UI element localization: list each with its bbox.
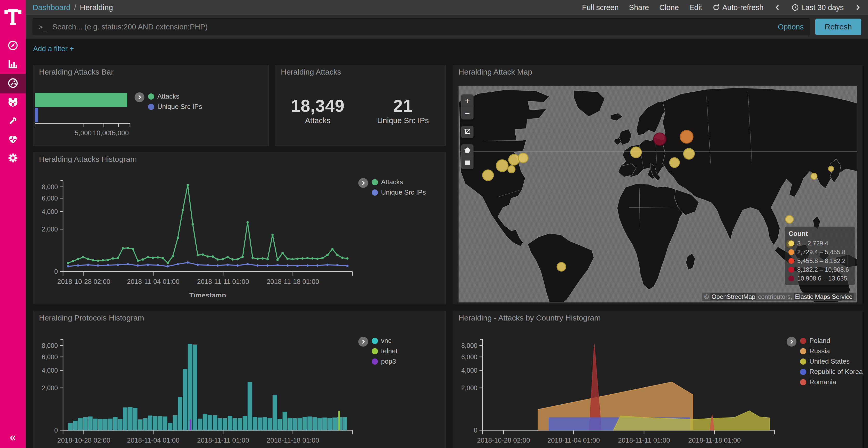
data-point[interactable] (281, 252, 284, 254)
bar-vnc[interactable] (88, 416, 93, 430)
map-fit-bounds-button[interactable] (461, 126, 473, 138)
data-point[interactable] (127, 263, 129, 265)
data-point[interactable] (207, 264, 209, 266)
attack-location-circle[interactable] (829, 166, 834, 171)
attack-location-circle[interactable] (684, 148, 694, 159)
data-point[interactable] (316, 257, 318, 260)
bar-vnc[interactable] (327, 418, 332, 430)
sidebar-item-management[interactable] (0, 149, 26, 168)
data-point[interactable] (157, 256, 159, 259)
bar-vnc[interactable] (337, 417, 342, 430)
attack-location-circle[interactable] (496, 160, 508, 172)
data-point[interactable] (306, 264, 309, 267)
data-point[interactable] (187, 184, 189, 186)
legend-item[interactable]: Poland (800, 337, 863, 345)
bar-vnc[interactable] (168, 423, 173, 430)
bar-vnc[interactable] (78, 418, 83, 430)
bar-vnc[interactable] (197, 419, 202, 430)
data-point[interactable] (231, 258, 234, 261)
bar-vnc[interactable] (333, 418, 337, 430)
sidebar-item-monitoring[interactable] (0, 131, 26, 149)
bar-vnc[interactable] (203, 414, 208, 430)
map-draw-rectangle-button[interactable] (461, 157, 473, 169)
attack-location-circle[interactable] (483, 170, 493, 181)
bar-vnc[interactable] (307, 416, 312, 430)
data-point[interactable] (272, 234, 274, 236)
bar-vnc[interactable] (113, 417, 118, 430)
data-point[interactable] (157, 264, 159, 266)
data-point[interactable] (77, 264, 79, 267)
refresh-button[interactable]: Refresh (815, 19, 861, 35)
bar-vnc[interactable] (287, 418, 292, 430)
bar-vnc[interactable] (238, 418, 242, 430)
time-forward-button[interactable] (854, 4, 861, 11)
data-point[interactable] (216, 258, 219, 261)
data-point[interactable] (77, 258, 79, 261)
search-input[interactable] (52, 23, 773, 32)
legend-item[interactable]: Attacks (372, 178, 426, 186)
data-point[interactable] (167, 265, 169, 267)
data-point[interactable] (137, 260, 139, 262)
data-point[interactable] (212, 255, 214, 258)
data-point[interactable] (82, 256, 84, 258)
data-point[interactable] (117, 264, 119, 266)
bar-vnc[interactable] (233, 418, 238, 430)
data-point[interactable] (256, 264, 259, 267)
bar-vnc[interactable] (128, 407, 132, 430)
bar-vnc[interactable] (208, 415, 212, 430)
map-zoom-in-button[interactable]: + (461, 95, 473, 107)
data-point[interactable] (316, 264, 318, 267)
sidebar-collapse-button[interactable] (0, 434, 26, 443)
data-point[interactable] (251, 256, 254, 259)
legend-toggle-icon[interactable] (358, 337, 368, 347)
sidebar-item-dashboard[interactable] (0, 74, 26, 94)
time-back-button[interactable] (774, 4, 781, 11)
bar-telnet[interactable] (338, 411, 340, 430)
bar-vnc[interactable] (73, 421, 78, 430)
bar-vnc[interactable] (138, 419, 143, 430)
bar-vnc[interactable] (178, 397, 182, 430)
sidebar-item-discover[interactable] (0, 37, 26, 55)
data-point[interactable] (207, 255, 209, 258)
clone-button[interactable]: Clone (659, 3, 679, 12)
data-point[interactable] (67, 262, 69, 264)
legend-item[interactable]: telnet (372, 347, 398, 355)
bar-vnc[interactable] (273, 395, 277, 430)
edit-button[interactable]: Edit (689, 3, 702, 12)
data-point[interactable] (102, 259, 104, 262)
data-point[interactable] (192, 223, 194, 225)
data-point[interactable] (182, 209, 184, 211)
data-point[interactable] (97, 260, 99, 262)
data-point[interactable] (152, 256, 154, 259)
data-point[interactable] (346, 257, 348, 260)
bar-vnc[interactable] (243, 416, 247, 430)
data-point[interactable] (67, 265, 69, 267)
legend-item[interactable]: Republic of Korea (800, 368, 863, 376)
data-point[interactable] (107, 264, 109, 266)
auto-refresh-button[interactable]: Auto-refresh (712, 3, 764, 12)
data-point[interactable] (162, 257, 164, 260)
data-point[interactable] (306, 257, 309, 260)
bar-vnc[interactable] (133, 408, 137, 430)
data-point[interactable] (326, 264, 329, 266)
bar-vnc[interactable] (83, 417, 88, 430)
data-point[interactable] (221, 258, 224, 261)
bar-vnc[interactable] (257, 418, 262, 430)
bar-pop3[interactable] (190, 419, 191, 430)
world-map[interactable]: + − (459, 86, 857, 303)
bar-vnc[interactable] (148, 415, 152, 430)
bar-vnc[interactable] (68, 423, 72, 430)
bar-vnc[interactable] (108, 419, 113, 430)
bar-vnc[interactable] (98, 419, 102, 430)
sidebar-item-dev-tools[interactable] (0, 112, 26, 131)
data-point[interactable] (87, 264, 89, 266)
data-point[interactable] (147, 256, 149, 258)
data-point[interactable] (167, 262, 169, 264)
legend-item[interactable]: vnc (372, 337, 398, 345)
bar-vnc[interactable] (158, 416, 162, 430)
bar-vnc[interactable] (227, 416, 232, 430)
breadcrumb-dashboard-link[interactable]: Dashboard (33, 3, 70, 12)
elastic-maps-service-link[interactable]: Elastic Maps Service (794, 293, 854, 300)
attack-location-circle[interactable] (518, 153, 528, 163)
bar-vnc[interactable] (317, 418, 322, 430)
